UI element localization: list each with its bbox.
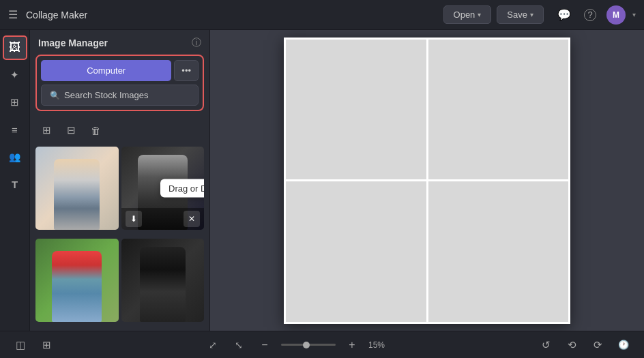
sidebar-icons: 🖼 ✦ ⊞ ≡ 👥 T (0, 30, 30, 331)
close-icon: ✕ (188, 214, 195, 224)
help-icon-button[interactable]: ? (581, 5, 600, 25)
info-icon[interactable]: ⓘ (192, 37, 201, 49)
people-icon: 👥 (9, 151, 20, 162)
open-chevron-icon: ▾ (478, 11, 481, 18)
collage-cell-4[interactable] (428, 181, 569, 322)
help-icon: ? (584, 9, 596, 21)
image-item-1[interactable] (35, 147, 119, 230)
zoom-slider-thumb[interactable] (303, 342, 310, 348)
image-toolbar: ⊞ ⊟ 🗑 (30, 117, 209, 144)
image-manager-icon: 🖼 (9, 41, 20, 55)
source-buttons-wrapper: Computer ••• 🔍 Search Stock Images (35, 55, 204, 111)
save-chevron-icon: ▾ (530, 11, 533, 18)
bottombar-center: ⤢ ⤡ − + 15% (64, 335, 528, 355)
collage-canvas (284, 38, 570, 324)
avatar[interactable]: M (606, 5, 626, 25)
app-title: Collage Maker (26, 10, 438, 20)
fit-icon: ⤢ (209, 340, 217, 350)
canvas-area (210, 30, 644, 331)
computer-button[interactable]: Computer (41, 60, 171, 81)
chat-icon-button[interactable]: 💬 (555, 5, 574, 25)
refresh-button[interactable]: ↺ (536, 335, 555, 355)
image-grid: ⬇ ✕ Drag or Double Click (30, 144, 209, 331)
chat-icon: 💬 (557, 8, 571, 21)
search-stock-button[interactable]: 🔍 Search Stock Images (41, 85, 199, 106)
view-grid-button[interactable]: ⊞ (37, 121, 56, 140)
undo-button[interactable]: ⟲ (562, 335, 581, 355)
fit-screen-button[interactable]: ⤢ (203, 335, 222, 355)
zoom-in-icon: + (349, 339, 355, 351)
view-grid-icon: ⊞ (42, 124, 51, 136)
sidebar-item-text[interactable]: T (3, 172, 27, 196)
save-button[interactable]: Save ▾ (497, 5, 544, 24)
sidebar-item-image-manager[interactable]: 🖼 (3, 35, 27, 60)
bottombar-left: ◫ ⊞ (11, 335, 56, 355)
delete-image-button[interactable]: 🗑 (86, 121, 105, 140)
image-item-3[interactable] (35, 239, 119, 322)
download-image-button[interactable]: ⬇ (126, 211, 142, 227)
redo-button[interactable]: ⟳ (588, 335, 607, 355)
zoom-in-button[interactable]: + (342, 335, 362, 355)
shrink-button[interactable]: ⤡ (229, 335, 248, 355)
open-button[interactable]: Open ▾ (443, 5, 492, 24)
menu-icon[interactable]: ☰ (8, 8, 18, 21)
undo-icon: ⟲ (568, 339, 576, 351)
image-manager-header: Image Manager ⓘ (30, 30, 209, 55)
sidebar-item-filters[interactable]: ✦ (3, 63, 27, 87)
view-list-button[interactable]: ⊟ (61, 121, 80, 140)
zoom-value: 15% (368, 340, 389, 350)
history-button[interactable]: 🕐 (614, 335, 633, 355)
view-list-icon: ⊟ (67, 124, 76, 136)
topbar: ☰ Collage Maker Open ▾ Save ▾ 💬 ? M ▾ (0, 0, 644, 30)
sidebar-item-lines[interactable]: ≡ (3, 117, 27, 142)
source-row-top: Computer ••• (41, 60, 199, 81)
avatar-chevron-icon[interactable]: ▾ (632, 11, 636, 18)
layers-button[interactable]: ◫ (11, 335, 30, 355)
image-item-2[interactable]: ⬇ ✕ Drag or Double Click (121, 147, 205, 230)
more-button[interactable]: ••• (174, 60, 199, 81)
sidebar-item-people[interactable]: 👥 (3, 145, 27, 169)
lines-icon: ≡ (12, 124, 18, 136)
bottombar: ◫ ⊞ ⤢ ⤡ − + 15% ↺ ⟲ ⟳ (0, 331, 644, 358)
image-manager-title: Image Manager (38, 38, 188, 48)
image-item-4[interactable] (121, 239, 205, 322)
topbar-right: 💬 ? M ▾ (555, 5, 636, 25)
zoom-out-button[interactable]: − (255, 335, 274, 355)
zoom-out-icon: − (261, 339, 267, 351)
text-icon: T (12, 179, 18, 190)
shrink-icon: ⤡ (235, 340, 243, 350)
zoom-slider[interactable] (281, 344, 336, 346)
image-manager-panel: Image Manager ⓘ Computer ••• 🔍 Search St… (30, 30, 210, 331)
close-image-button[interactable]: ✕ (184, 211, 200, 227)
bottombar-right: ↺ ⟲ ⟳ 🕐 (536, 335, 633, 355)
redo-icon: ⟳ (594, 339, 602, 351)
history-icon: 🕐 (618, 340, 629, 350)
trash-icon: 🗑 (91, 125, 101, 136)
search-icon: 🔍 (50, 91, 60, 100)
layout-icon: ⊞ (10, 96, 19, 108)
filters-icon: ✦ (10, 69, 19, 81)
download-icon: ⬇ (130, 214, 137, 224)
grid-icon: ⊞ (42, 339, 51, 351)
refresh-icon: ↺ (542, 339, 551, 351)
collage-cell-3[interactable] (286, 181, 426, 322)
image-overlay: ⬇ ✕ (121, 208, 205, 230)
layers-icon: ◫ (16, 339, 25, 351)
collage-cell-2[interactable] (428, 40, 569, 180)
sidebar-item-layout[interactable]: ⊞ (3, 90, 27, 115)
collage-cell-1[interactable] (286, 40, 426, 180)
main-area: 🖼 ✦ ⊞ ≡ 👥 T Image Manager ⓘ Computer ••• (0, 30, 644, 331)
grid-toggle-button[interactable]: ⊞ (37, 335, 56, 355)
